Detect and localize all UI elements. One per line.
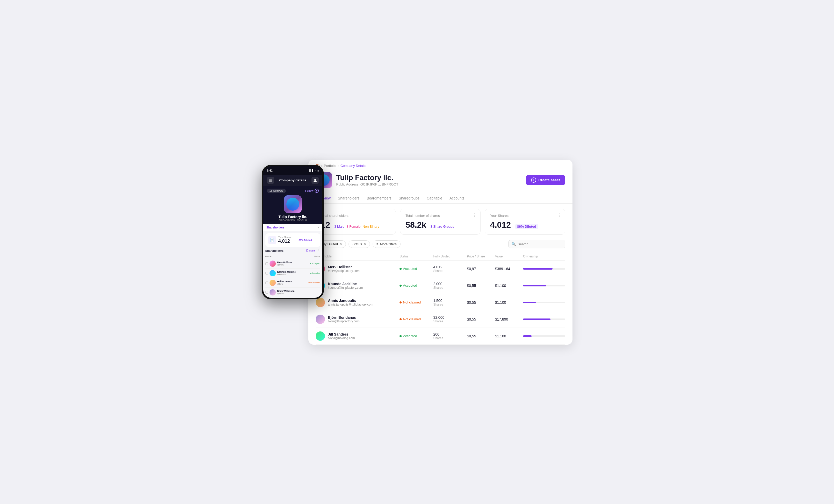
ownership-cell xyxy=(523,319,565,320)
col-header-ownership: Ownership xyxy=(523,255,565,258)
col-header-shareholder: Shareholder xyxy=(316,255,400,258)
phone-row-info: Merv Hollister @merv xyxy=(277,261,309,266)
list-item[interactable]: Hellas Verona @lana Not claimed xyxy=(265,278,320,288)
stat-number-shares: 58.2k xyxy=(405,220,426,230)
tab-sharegroups[interactable]: Sharegroups xyxy=(399,193,419,203)
phone-mockup: 9:41 ▐▐▐ ▲ ▮ Company details xyxy=(262,165,324,299)
row-checkbox[interactable] xyxy=(265,272,268,275)
shareholder-email: kounde@tulipfactory.com xyxy=(328,286,363,290)
phone-row-handle: @lana xyxy=(277,283,306,285)
breadcrumb-portfolio[interactable]: Portfolio xyxy=(324,164,336,168)
ownership-bar xyxy=(523,268,565,270)
phone-card-menu-icon[interactable]: ⋮ xyxy=(314,238,318,242)
tabs: Overview Shareholders Boardmembers Share… xyxy=(316,193,565,203)
tab-boardmembers[interactable]: Boardmembers xyxy=(367,193,392,203)
shareholder-name: Merv Hollister xyxy=(328,265,360,269)
table-row[interactable]: Jill Sanders olivia@holding.com Accepted… xyxy=(316,328,565,345)
dot-green-icon xyxy=(399,268,401,270)
ownership-cell xyxy=(523,302,565,303)
table-row[interactable]: Kounde Jackline kounde@tulipfactory.com … xyxy=(316,277,565,294)
shareholder-cell: Kounde Jackline kounde@tulipfactory.com xyxy=(316,281,400,290)
shareholder-cell: Jill Sanders olivia@holding.com xyxy=(316,331,400,341)
stat-card-menu-icon[interactable]: ⋮ xyxy=(388,213,392,217)
tag-share-groups: 3 Share Groups xyxy=(430,225,454,228)
ownership-bar-fill xyxy=(523,302,536,303)
shareholder-email: annis.janopulis@tulipfactory.com xyxy=(328,303,373,306)
table-row[interactable]: Annis Janopulis annis.janopulis@tulipfac… xyxy=(316,294,565,311)
shareholder-email: merv@tulipfactory.com xyxy=(328,269,360,273)
row-checkbox[interactable] xyxy=(265,291,268,294)
shareholder-info: Merv Hollister merv@tulipfactory.com xyxy=(328,265,360,273)
value-cell: $1.100 xyxy=(495,300,523,304)
breadcrumb: 🏠 › Portfolio › Company Details xyxy=(316,164,565,168)
filter-lines-icon: ≡ xyxy=(376,242,378,246)
phone-row-info: Demi Wilkinson @demi xyxy=(277,290,320,295)
copy-icon[interactable]: ⧉ xyxy=(305,219,307,222)
shareholders-table: Shareholder Status Fully Diluted Price /… xyxy=(308,253,572,345)
row-checkbox[interactable] xyxy=(265,262,268,265)
scene: 9:41 ▐▐▐ ▲ ▮ Company details xyxy=(262,160,572,345)
chip-status-close-icon[interactable]: ✕ xyxy=(364,242,366,246)
follow-button[interactable]: Follow + xyxy=(305,189,319,193)
phone-your-shares-card: 📄 Your Shares 4.012 86% Diluted ⋮ xyxy=(265,233,320,247)
chip-close-icon[interactable]: ✕ xyxy=(339,242,342,246)
phone-sh-menu-icon[interactable]: ⋮ xyxy=(317,249,320,253)
phone-row-info: Kounde Jackline @kounde xyxy=(277,271,309,276)
stat-card-your-shares-menu-icon[interactable]: ⋮ xyxy=(557,213,561,217)
company-info-row: Tulip Factory llc. Public Address: GCJPJ… xyxy=(316,172,565,188)
shareholder-email: bjorn@tulipfactory.com xyxy=(328,320,360,323)
value-cell: $17,890 xyxy=(495,317,523,321)
price-cell: $0,55 xyxy=(467,283,495,288)
phone-screen-title: Company details xyxy=(279,178,306,182)
battery-icon: ▮ xyxy=(317,169,319,172)
tab-cap-table[interactable]: Cap table xyxy=(427,193,442,203)
signal-icon: ▐▐▐ xyxy=(308,169,313,172)
phone-col-name: Name xyxy=(265,255,271,258)
dot-green-icon xyxy=(399,284,401,287)
stat-card-shareholders: ⋮ Total shareholders 12 3 Male 8 Female … xyxy=(316,209,396,235)
phone-row-info: Hellas Verona @lana xyxy=(277,280,306,285)
col-header-price: Price / Share xyxy=(467,255,495,258)
table-header-row: Shareholder Status Fully Diluted Price /… xyxy=(316,253,565,260)
list-item[interactable]: Demi Wilkinson @demi xyxy=(265,288,320,297)
phone-user-icon[interactable] xyxy=(311,177,319,184)
phone-company-name: Tulip Factory llc. xyxy=(278,215,307,219)
shareholder-name: Björn Bondanas xyxy=(328,315,360,320)
breadcrumb-separator-2: › xyxy=(338,164,339,168)
stat-card-shares-menu-icon[interactable]: ⋮ xyxy=(473,213,477,217)
stat-label-shareholders: Total shareholders xyxy=(321,214,391,217)
phone-sh-header: Shareholders 12 users ⋮ xyxy=(265,249,320,253)
tag-female: 8 Female xyxy=(347,225,360,228)
avatar xyxy=(269,260,276,267)
stat-label-your-shares: Your Shares xyxy=(490,214,560,217)
phone-body: Shareholders ∨ 📄 Your Shares 4.012 86% D… xyxy=(263,224,322,298)
table-row[interactable]: Björn Bondanas bjorn@tulipfactory.com No… xyxy=(316,311,565,328)
filter-chip-status[interactable]: Status ✕ xyxy=(349,240,370,248)
search-input[interactable] xyxy=(508,240,565,248)
create-asset-button[interactable]: + Create asset xyxy=(526,175,565,185)
ownership-cell xyxy=(523,335,565,337)
phone-row-name: Hellas Verona xyxy=(277,280,306,283)
tab-shareholders[interactable]: Shareholders xyxy=(338,193,359,203)
more-filters-button[interactable]: ≡ More filters xyxy=(373,240,400,248)
shares-cell: 2.000 Shares xyxy=(433,282,467,290)
table-row[interactable]: Merv Hollister merv@tulipfactory.com Acc… xyxy=(316,260,565,277)
phone-status-icons: ▐▐▐ ▲ ▮ xyxy=(308,169,319,172)
avatar xyxy=(269,270,276,276)
row-checkbox[interactable] xyxy=(265,281,268,284)
list-item[interactable]: Kounde Jackline @kounde Accepted xyxy=(265,269,320,278)
hamburger-icon[interactable] xyxy=(267,177,274,184)
phone-col-status: Status xyxy=(313,255,320,258)
list-item[interactable]: Merv Hollister @merv Accepted xyxy=(265,259,320,269)
tab-accounts[interactable]: Accounts xyxy=(449,193,464,203)
phone-shareholders-dropdown[interactable]: Shareholders ∨ xyxy=(263,224,322,231)
value-cell: $1.100 xyxy=(495,283,523,288)
phone-shares-label: Your Shares xyxy=(278,236,297,238)
stat-main-row-shares: 58.2k 3 Share Groups xyxy=(405,220,475,230)
status-badge: Not claimed xyxy=(399,300,433,304)
phone-status-bar: 9:41 ▐▐▐ ▲ ▮ xyxy=(263,166,322,175)
svg-rect-1 xyxy=(269,180,272,181)
shareholder-name: Jill Sanders xyxy=(328,332,355,336)
shares-cell: 4.012 Shares xyxy=(433,265,467,273)
shareholder-email: olivia@holding.com xyxy=(328,336,355,340)
